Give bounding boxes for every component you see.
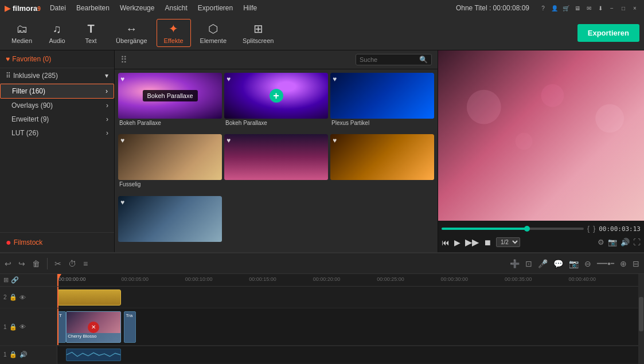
sidebar: ♥ Favoriten (0) ⠿ Inklusive (285) ▾ Filt… [0,50,115,252]
redo-button[interactable]: ↪ [18,259,25,268]
snapshot-button[interactable]: 📷 [569,259,579,268]
track-link-button[interactable]: 🔗 [11,276,19,284]
sidebar-lut[interactable]: LUT (26) › [0,126,114,140]
menu-hilfe[interactable]: Hilfe [239,3,261,13]
stop-button[interactable]: ⏹ [483,238,491,247]
camera-icon[interactable]: 📷 [608,238,617,246]
toolbar-uebergaenge[interactable]: ↔ Übergänge [109,20,154,46]
effect-bokeh-parallaxe[interactable]: ♥ Bokeh Parallaxe Bokeh Parallaxe [118,73,222,132]
help-icon[interactable]: ? [538,3,548,13]
tra-clip-label: Tra [126,313,132,318]
effect-6[interactable]: ♥ [118,196,222,249]
fullscreen-icon[interactable]: ⛶ [633,238,641,246]
effects-panel: ⠿ 🔍 ♥ Bokeh Parallaxe Bokeh Parallaxe ♥ [115,50,438,252]
grid-view-icon[interactable]: ⠿ [120,54,127,65]
toolbar-effekte[interactable]: ✦ Effekte [157,19,191,47]
svg-point-3 [516,133,533,150]
add-track-button[interactable]: ➕ [510,259,520,268]
screen-icon[interactable]: 🖥 [573,3,582,13]
add-effect-icon[interactable]: + [270,89,283,103]
clip-text-t[interactable]: T [57,311,66,343]
clip-text-tra[interactable]: Tra [124,311,135,343]
export-button[interactable]: Exportieren [577,24,639,42]
effect-4[interactable]: ♥ [224,134,328,193]
erweitert-label: Erweitert (9) [11,115,49,123]
filmstock-dot: ● [6,237,11,248]
track1-lock-icon[interactable]: 🔒 [9,323,17,331]
bracket-right-icon[interactable]: } [593,225,595,233]
clip-yellow[interactable] [57,289,121,306]
download-icon[interactable]: ⬇ [596,3,605,13]
sidebar-inklusive[interactable]: ⠿ Inklusive (285) ▾ [0,68,114,84]
track1-eye-icon[interactable]: 👁 [19,323,26,330]
favorites-section[interactable]: ♥ Favoriten (0) [0,50,114,68]
progress-handle[interactable] [524,226,530,232]
volume-icon[interactable]: 🔊 [620,238,630,246]
step-forward-button[interactable]: ▶▶ [465,237,479,248]
toolbar-medien[interactable]: 🗂 Medien [5,20,39,46]
toolbar-elemente[interactable]: ⬡ Elemente [193,19,233,46]
toolbar-text[interactable]: T Text [75,20,107,46]
sidebar-filter[interactable]: Filter (160) › [0,84,114,99]
menu-datei[interactable]: Datei [45,3,71,13]
track-icon1[interactable]: ⊡ [525,259,532,268]
track2-eye-icon[interactable]: 👁 [19,294,26,301]
speed-select[interactable]: 1/2 [496,237,520,247]
menu-werkzeuge[interactable]: Werkzeuge [115,3,159,13]
cut-button[interactable]: ✂ [54,259,61,268]
play-button[interactable]: ▶ [454,238,460,247]
undo-button[interactable]: ↩ [5,259,11,268]
toolbar-splitscreen[interactable]: ⊞ Splitscreen [236,19,280,46]
menu-ansicht[interactable]: Ansicht [160,3,192,13]
toolbar-audio[interactable]: ♫ Audio [41,20,73,46]
add-video-track-button[interactable]: ⊞ [3,276,9,284]
mail-icon[interactable]: ✉ [584,3,594,13]
main-area: ♥ Favoriten (0) ⠿ Inklusive (285) ▾ Filt… [0,50,644,252]
grid-icon: ⠿ [6,72,11,80]
sidebar-overlays[interactable]: Overlays (90) › [0,99,114,112]
menu-bearbeiten[interactable]: Bearbeiten [72,3,114,13]
scrollbar-thumb[interactable] [639,297,643,331]
svg-point-2 [595,104,624,133]
clip-cherry-blossom[interactable]: Cherry Blosso ✕ [66,311,121,343]
menu-exportieren[interactable]: Exportieren [193,3,237,13]
vertical-scrollbar[interactable] [638,274,644,364]
step-back-button[interactable]: ⏮ [442,238,450,247]
bracket-left-icon[interactable]: { [587,225,590,233]
text-overlay-button[interactable]: 💬 [553,259,563,268]
effect-plexus-partikel[interactable]: ♥ Plexus Partikel [330,73,434,132]
zoom-in-button[interactable]: ⊕ [620,259,627,268]
audio-clip[interactable] [66,349,121,361]
settings-icon[interactable]: ⚙ [598,238,604,246]
effect-thumb-plexus: ♥ [330,73,434,119]
progress-track[interactable] [442,228,584,230]
effect-5[interactable]: ♥ [330,134,434,193]
shop-icon[interactable]: 🛒 [561,3,571,13]
zoom-out-button[interactable]: ⊖ [584,259,591,268]
adjust-button[interactable]: ≡ [83,259,88,268]
zoom-slider[interactable]: ━━━●━ [597,260,614,267]
maximize-button[interactable]: □ [619,3,628,13]
close-button[interactable]: × [630,3,639,13]
timer-button[interactable]: ⏱ [68,259,76,268]
effect-label-5 [330,180,434,182]
audio-lock-icon[interactable]: 🔒 [9,351,17,358]
sidebar-erweitert[interactable]: Erweitert (9) › [0,112,114,126]
minimize-button[interactable]: − [607,3,616,13]
app-logo: ▶ filmora9 [5,4,41,13]
remove-clip-button[interactable]: ✕ [88,322,99,333]
filmstock-section[interactable]: ● Filmstock [0,232,114,252]
favorite-icon4: ♥ [120,136,124,144]
effekte-icon: ✦ [169,22,178,36]
effect-bokeh-parallaxe2[interactable]: ♥ + Bokeh Parallaxe [224,73,328,132]
delete-button[interactable]: 🗑 [32,259,40,268]
audio-volume-icon[interactable]: 🔊 [19,351,28,358]
account-icon[interactable]: 👤 [550,3,559,13]
lut-label: LUT (26) [11,129,38,137]
search-input[interactable] [360,56,417,63]
mic-button[interactable]: 🎤 [538,259,548,268]
preview-time: 00:00:03:13 [599,225,641,233]
track2-lock-icon[interactable]: 🔒 [9,293,17,301]
storyboard-button[interactable]: ⊟ [633,259,639,268]
effect-fusselig[interactable]: ♥ Fusselig [118,134,222,193]
